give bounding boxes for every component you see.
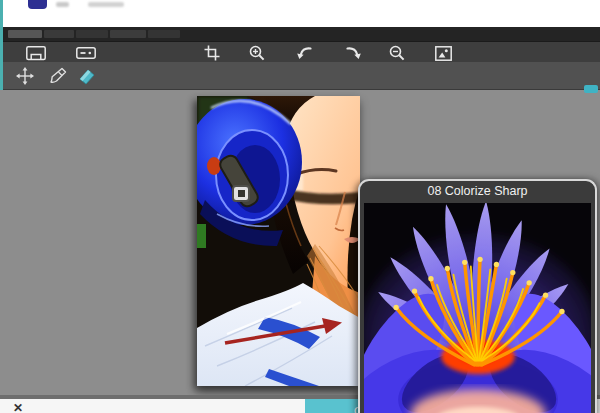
presets-button[interactable] [75, 47, 97, 59]
redo-icon [346, 45, 362, 61]
zoom-in-button[interactable] [249, 45, 265, 61]
move-icon [16, 67, 34, 85]
brush-tool-button[interactable] [48, 66, 68, 86]
eraser-tool-button[interactable] [77, 66, 97, 86]
brush-icon [48, 66, 68, 86]
presets-icon [76, 47, 96, 59]
menu-item[interactable] [110, 30, 146, 38]
preset-panel: 08 Colorize Sharp [358, 179, 597, 413]
redo-button[interactable] [346, 45, 362, 61]
preset-panel-title[interactable]: 08 Colorize Sharp [360, 181, 595, 202]
red-arrow-annotation [210, 312, 350, 352]
menu-item[interactable] [148, 30, 180, 38]
main-toolbar [0, 41, 600, 62]
menu-bar [0, 27, 600, 41]
preview-icon [435, 46, 452, 61]
tools-toolbar: Brush Size: Opacity: Mask: Fill Clear In… [0, 62, 600, 90]
move-tool-button[interactable] [16, 67, 34, 85]
cookie-close-icon[interactable]: ✕ [13, 402, 23, 413]
menu-item[interactable] [8, 30, 42, 38]
undo-icon [296, 45, 312, 61]
preview-button[interactable] [434, 45, 452, 61]
zoom-in-icon [249, 45, 265, 61]
export-button[interactable] [25, 45, 47, 61]
header-text-smudge [88, 2, 124, 7]
left-accent-strip [0, 0, 3, 90]
export-icon [26, 46, 46, 61]
menu-item[interactable] [76, 30, 108, 38]
crop-icon [204, 45, 220, 61]
site-logo [28, 0, 47, 9]
preset-preview[interactable] [364, 203, 591, 413]
zoom-out-icon [389, 45, 405, 61]
header-text-smudge [56, 2, 69, 7]
browser-header [0, 0, 600, 27]
lotus-flower-image [364, 203, 591, 413]
app-window: Brush Size: Opacity: Mask: Fill Clear In… [0, 0, 600, 413]
menu-item[interactable] [44, 30, 74, 38]
eraser-icon [77, 66, 97, 86]
undo-button[interactable] [296, 45, 312, 61]
zoom-out-button[interactable] [389, 45, 405, 61]
crop-button[interactable] [204, 45, 220, 61]
teal-marker [584, 85, 598, 93]
